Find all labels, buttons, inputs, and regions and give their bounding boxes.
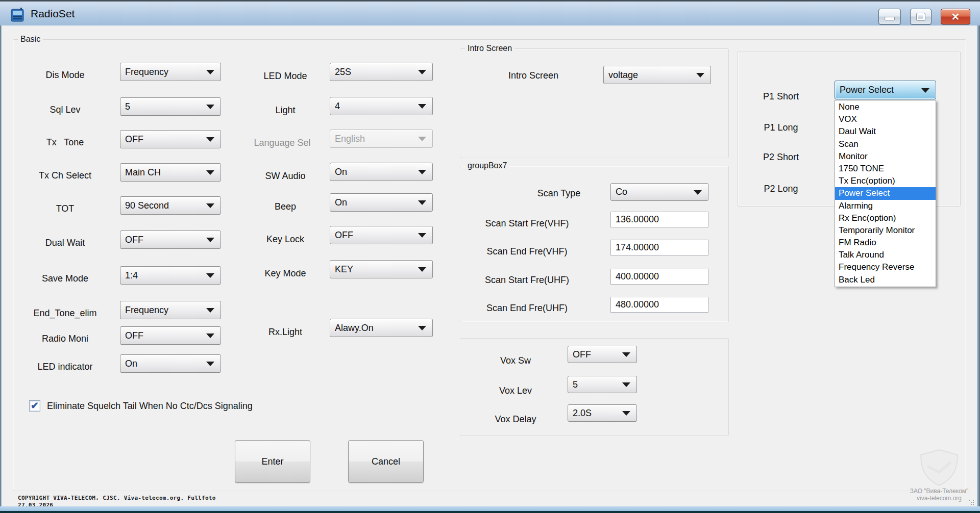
resize-grip[interactable]: [969, 500, 975, 506]
p1-long-label: P1 Long: [745, 120, 817, 135]
tx-tone-combo[interactable]: OFF: [120, 130, 221, 148]
tx-tone-value: OFF: [125, 134, 143, 145]
tx-tone-label: Tx Tone: [18, 135, 112, 149]
language-sel-value: English: [335, 134, 365, 144]
basic-tab-label: Basic: [18, 35, 43, 44]
end-tone-elim-combo[interactable]: Frequency: [120, 301, 221, 319]
language-sel-combo: English: [330, 130, 433, 148]
scan-start-vhf-value: 136.00000: [616, 214, 659, 225]
scan-type-label: Scan Type: [510, 186, 607, 200]
dropdown-item[interactable]: 1750 TONE: [835, 163, 936, 175]
close-icon: ✕: [951, 11, 960, 23]
dropdown-item[interactable]: Daul Wait: [835, 125, 936, 138]
tx-ch-select-combo[interactable]: Main CH: [120, 163, 221, 182]
radio-moni-label: Radio Moni: [18, 331, 112, 346]
window-bottom-border: [0, 506, 980, 511]
close-button[interactable]: ✕: [941, 9, 970, 24]
key-lock-label: Key Lock: [244, 232, 327, 246]
dropdown-item[interactable]: Frequency Reverse: [835, 261, 936, 273]
minimize-icon: [885, 17, 895, 20]
dropdown-item[interactable]: Scan: [835, 138, 936, 150]
intro-screen-label: Intro Screen: [503, 68, 564, 83]
vox-lev-combo[interactable]: 5: [568, 376, 637, 393]
p1-short-dropdown-list: None VOX Daul Wait Scan Monitor 1750 TON…: [835, 100, 936, 287]
dropdown-item[interactable]: Monitor: [835, 150, 936, 163]
dropdown-item[interactable]: FM Radio: [835, 237, 936, 249]
scan-end-uhf-input[interactable]: 480.00000: [610, 297, 708, 313]
scan-start-uhf-input[interactable]: 400.00000: [610, 269, 708, 285]
radio-app-icon: [9, 7, 26, 23]
scan-start-vhf-input[interactable]: 136.00000: [610, 212, 708, 227]
cancel-button[interactable]: Cancel: [348, 440, 424, 483]
led-mode-combo[interactable]: 25S: [330, 63, 433, 81]
titlebar[interactable]: RadioSet ✕: [0, 0, 980, 25]
p1-short-combo[interactable]: Power Select: [835, 81, 936, 99]
dis-mode-value: Frequency: [125, 67, 168, 78]
scan-start-uhf-label: Scan Start Fre(UHF): [467, 273, 587, 287]
language-sel-label: Language Sel: [241, 136, 324, 150]
tx-ch-select-label: Tx Ch Select: [18, 168, 112, 183]
scan-end-vhf-value: 174.00000: [616, 242, 659, 253]
p2-short-label: P2 Short: [745, 150, 817, 164]
dual-wait-combo[interactable]: OFF: [120, 230, 221, 249]
window-left-border: [0, 25, 2, 506]
key-mode-combo[interactable]: KEY: [330, 260, 433, 278]
vox-sw-value: OFF: [573, 349, 591, 360]
intro-screen-combo[interactable]: voltage: [603, 66, 711, 84]
sw-audio-value: On: [335, 167, 347, 177]
tx-ch-select-value: Main CH: [125, 167, 161, 178]
intro-screen-value: voltage: [608, 70, 638, 81]
key-lock-combo[interactable]: OFF: [330, 226, 433, 244]
dropdown-item[interactable]: Back Led: [835, 274, 936, 286]
led-mode-label: LED Mode: [244, 69, 327, 83]
radio-moni-combo[interactable]: OFF: [120, 326, 221, 345]
save-mode-value: 1:4: [125, 270, 138, 281]
sw-audio-combo[interactable]: On: [330, 163, 433, 181]
dropdown-item[interactable]: Rx Enc(option): [835, 212, 936, 224]
minimize-button[interactable]: [878, 9, 901, 24]
scan-end-uhf-value: 480.00000: [616, 299, 659, 310]
copyright-text: COPYRIGHT VIVA-TELECOM, CJSC. Viva-telec…: [18, 495, 216, 501]
beep-value: On: [335, 197, 347, 208]
scan-group-title: groupBox7: [465, 161, 509, 170]
dropdown-item-selected[interactable]: Power Select: [835, 187, 936, 199]
p1-short-label: P1 Short: [745, 89, 817, 104]
enter-button[interactable]: Enter: [235, 440, 310, 483]
beep-label: Beep: [244, 199, 327, 214]
key-mode-label: Key Mode: [244, 266, 327, 280]
tot-label: TOT: [18, 201, 112, 216]
beep-combo[interactable]: On: [330, 193, 433, 212]
sw-audio-label: SW Audio: [244, 169, 327, 183]
scan-end-vhf-input[interactable]: 174.00000: [610, 240, 708, 255]
p2-long-label: P2 Long: [745, 182, 817, 196]
dropdown-item[interactable]: Temporarily Monitor: [835, 224, 936, 237]
scan-start-uhf-value: 400.00000: [616, 271, 659, 282]
led-indicator-combo[interactable]: On: [120, 354, 221, 373]
squelch-tail-checkbox[interactable]: ✔: [29, 400, 40, 412]
dropdown-item[interactable]: Tx Enc(option): [835, 175, 936, 187]
key-mode-value: KEY: [335, 264, 353, 275]
light-combo[interactable]: 4: [330, 97, 433, 115]
vox-sw-combo[interactable]: OFF: [568, 346, 637, 363]
vox-sw-label: Vox Sw: [480, 353, 551, 368]
dropdown-item[interactable]: Talk Around: [835, 249, 936, 261]
dropdown-item[interactable]: VOX: [835, 113, 936, 125]
dis-mode-combo[interactable]: Frequency: [120, 63, 221, 81]
sql-lev-combo[interactable]: 5: [120, 97, 221, 116]
dropdown-item[interactable]: None: [835, 101, 936, 113]
end-tone-elim-value: Frequency: [125, 305, 168, 316]
scan-type-value: Co: [616, 187, 627, 197]
squelch-tail-checkbox-label: Eliminate Squelch Tail When No Ctc/Dcs S…: [47, 399, 253, 413]
tot-combo[interactable]: 90 Second: [120, 196, 221, 215]
dropdown-item[interactable]: Alarming: [835, 200, 936, 212]
vendor-watermark: ЗАО "Вива-Телеком" viva-telecom.org: [893, 449, 980, 502]
scan-end-uhf-label: Scan End Fre(UHF): [467, 301, 587, 315]
vox-delay-combo[interactable]: 2.0S: [568, 404, 637, 422]
dis-mode-label: Dis Mode: [18, 68, 112, 82]
dual-wait-value: OFF: [125, 235, 143, 245]
scan-type-combo[interactable]: Co: [610, 183, 708, 201]
rx-light-combo[interactable]: Alawy.On: [330, 319, 433, 337]
save-mode-combo[interactable]: 1:4: [120, 266, 221, 285]
maximize-button[interactable]: [910, 9, 932, 24]
vox-delay-value: 2.0S: [573, 408, 592, 419]
